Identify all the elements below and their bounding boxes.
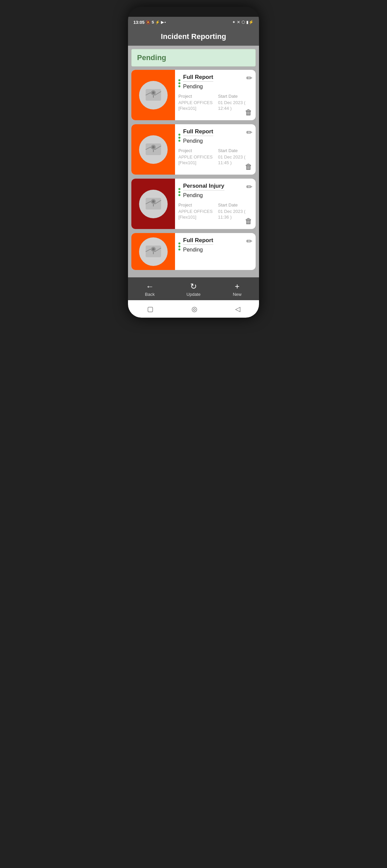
edit-button[interactable]: ✏	[246, 74, 252, 83]
status-left: 13:05 🔕 S ⚡ ▶ •	[133, 20, 166, 25]
svg-point-5	[152, 146, 154, 148]
update-label: Update	[186, 292, 201, 297]
card-status-row: Pending	[183, 247, 213, 253]
project-label: Project	[178, 94, 213, 99]
title-wrapper: Full Report Pending	[183, 237, 213, 255]
project-col: Project APPLE OFFICES [Flex101]	[178, 203, 213, 220]
dot1	[178, 188, 180, 190]
map-icon	[144, 141, 162, 159]
new-nav-item[interactable]: + New	[224, 282, 250, 297]
status-dots	[178, 79, 180, 87]
back-icon: ←	[146, 282, 154, 291]
dot3	[178, 85, 180, 87]
card-title-row: Full Report Pending	[178, 74, 252, 92]
title-wrapper: Full Report Pending	[183, 128, 213, 147]
location-icon-circle	[139, 81, 168, 110]
start-date-label: Start Date	[218, 203, 252, 208]
dot1	[178, 79, 180, 81]
dot3	[178, 194, 180, 196]
app-header: Incident Reporting	[128, 28, 259, 46]
status-dots	[178, 242, 180, 250]
update-nav-item[interactable]: ↻ Update	[180, 282, 207, 297]
card-status-row: Pending	[183, 192, 225, 198]
dot1	[178, 134, 180, 136]
edit-button[interactable]: ✏	[246, 183, 252, 191]
pending-section-header: Pending	[131, 49, 256, 66]
delete-button[interactable]: 🗑	[245, 217, 252, 226]
new-icon: +	[235, 282, 240, 291]
project-label: Project	[178, 148, 213, 153]
back-label: Back	[145, 292, 155, 297]
svg-point-2	[152, 91, 154, 94]
project-value: APPLE OFFICES [Flex101]	[178, 100, 213, 112]
main-content: Pending	[128, 46, 259, 277]
status-dots	[178, 134, 180, 142]
card-content: Full Report Pending ✏ Project APPLE OFFI…	[175, 70, 256, 120]
back-button[interactable]: ◁	[235, 305, 240, 313]
card-details: Project APPLE OFFICES [Flex101] Start Da…	[178, 148, 252, 166]
incident-card-partial: Full Report Pending ✏	[131, 233, 256, 270]
location-icon-circle	[139, 135, 168, 164]
card-status-row: Pending	[183, 84, 213, 90]
dot3	[178, 248, 180, 250]
x-icon: ✕	[237, 20, 240, 25]
dot3	[178, 140, 180, 142]
map-icon	[144, 195, 162, 213]
project-label: Project	[178, 203, 213, 208]
dot2	[178, 191, 180, 193]
incident-card: Personal Injury Pending ✏ Project APPLE …	[131, 179, 256, 229]
status-bar: 13:05 🔕 S ⚡ ▶ • ✦ ✕ ⬡ ▮⚡	[128, 17, 259, 28]
dot1	[178, 242, 180, 244]
incident-card: Full Report Pending ✏ Project APPLE OFFI…	[131, 70, 256, 120]
location-icon-circle	[139, 190, 168, 218]
svg-point-11	[152, 248, 154, 250]
dot2	[178, 82, 180, 84]
card-type-label: Full Report	[183, 128, 213, 136]
project-col: Project APPLE OFFICES [Flex101]	[178, 148, 213, 166]
card-status: Pending	[183, 138, 203, 144]
map-icon	[144, 86, 162, 104]
delete-button[interactable]: 🗑	[245, 108, 252, 117]
card-status: Pending	[183, 192, 203, 198]
card-content: Full Report Pending ✏ Project APPLE OFFI…	[175, 124, 256, 175]
edit-button[interactable]: ✏	[246, 237, 252, 246]
card-status: Pending	[183, 247, 203, 253]
update-icon: ↻	[190, 282, 197, 291]
card-title-row: Full Report Pending	[178, 128, 252, 147]
title-wrapper: Full Report Pending	[183, 74, 213, 92]
project-col: Project APPLE OFFICES [Flex101]	[178, 94, 213, 112]
bottom-nav: ← Back ↻ Update + New	[128, 277, 259, 300]
card-title-row: Personal Injury Pending	[178, 183, 252, 201]
signal-icons: 🔕 S ⚡ ▶ •	[146, 20, 166, 25]
phone-frame: 13:05 🔕 S ⚡ ▶ • ✦ ✕ ⬡ ▮⚡ Incident Report…	[128, 7, 259, 318]
square-button[interactable]: ▢	[147, 305, 153, 313]
title-wrapper: Personal Injury Pending	[183, 183, 225, 201]
system-nav: ▢ ◎ ◁	[128, 300, 259, 318]
pending-label: Pending	[137, 53, 166, 62]
edit-button[interactable]: ✏	[246, 128, 252, 137]
start-date-label: Start Date	[218, 148, 252, 153]
card-color-band	[131, 124, 175, 175]
card-type-label: Full Report	[183, 74, 213, 82]
svg-point-8	[152, 200, 154, 203]
dot2	[178, 137, 180, 139]
app-title: Incident Reporting	[133, 32, 254, 41]
circle-button[interactable]: ◎	[191, 305, 197, 313]
card-details: Project APPLE OFFICES [Flex101] Start Da…	[178, 203, 252, 220]
location-icon-circle	[139, 238, 168, 266]
battery-icon: ▮⚡	[246, 20, 254, 25]
card-title-row: Full Report Pending	[178, 237, 252, 255]
card-status-row: Pending	[183, 138, 213, 144]
wifi-icon: ⬡	[242, 20, 245, 25]
card-type-label: Personal Injury	[183, 183, 225, 190]
status-dots	[178, 188, 180, 196]
map-icon	[144, 242, 162, 261]
project-value: APPLE OFFICES [Flex101]	[178, 154, 213, 166]
new-label: New	[233, 292, 242, 297]
back-nav-item[interactable]: ← Back	[137, 282, 163, 297]
card-color-band	[131, 179, 175, 229]
card-content: Personal Injury Pending ✏ Project APPLE …	[175, 179, 256, 229]
notch	[173, 9, 214, 15]
card-details: Project APPLE OFFICES [Flex101] Start Da…	[178, 94, 252, 112]
delete-button[interactable]: 🗑	[245, 162, 252, 171]
